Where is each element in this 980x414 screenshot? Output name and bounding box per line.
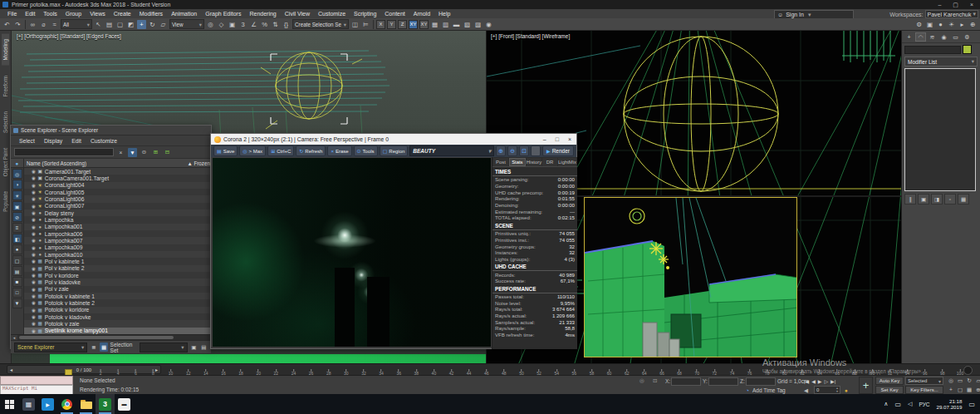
corona-copy-button[interactable]: ⊞Ctrl+C — [267, 145, 294, 156]
scene-item-lampochka010[interactable]: ◉●Lampochka010 — [24, 251, 211, 258]
mini-curve-editor-button[interactable] — [963, 366, 973, 375]
render-channel-dropdown[interactable]: BEAUTY▾ — [409, 145, 494, 156]
scene-item-pol-v-kabinete-1[interactable]: ◉▦Pol v kabinete 1 — [24, 258, 211, 264]
bind-to-space-warp-icon[interactable]: ≈ — [50, 20, 59, 29]
minimize-button[interactable]: – — [543, 136, 546, 142]
grid-view-icon[interactable]: ▦ — [100, 343, 107, 352]
rendered-frame-window-icon[interactable]: ▣ — [925, 20, 934, 29]
taskbar-movies[interactable]: ▶ — [38, 394, 57, 414]
pin-stack-icon[interactable]: ∥ — [904, 194, 916, 205]
use-pivot-point-center-icon[interactable]: ◎ — [206, 20, 215, 29]
menu-file[interactable]: File — [3, 11, 21, 17]
scene-explorer-titlebar[interactable]: Scene Explorer - Scene Explorer — [11, 126, 211, 136]
list-options-icon[interactable]: ≣ — [90, 343, 97, 352]
axis-xy-flyout-button[interactable]: XY — [419, 20, 429, 29]
toggle-ribbon-icon[interactable]: ▬ — [452, 20, 461, 29]
selection-lock-icon[interactable]: ⊡ — [653, 377, 657, 384]
scene-item-pol-v-kabinete-2[interactable]: ◉▦Pol v kabinete 2 — [24, 265, 211, 272]
render-production-icon[interactable]: ● — [936, 20, 945, 29]
scene-menu-edit[interactable]: Edit — [67, 138, 86, 144]
spinner-snap-icon[interactable]: ⇅ — [271, 20, 280, 29]
y-coordinate-field[interactable] — [708, 377, 738, 386]
select-by-name-icon[interactable]: ▤ — [105, 20, 114, 29]
menu-scripting[interactable]: Scripting — [350, 11, 380, 17]
reference-coordinate-system-dropdown[interactable]: View▾ — [169, 19, 204, 29]
taskbar-video-editor[interactable]: ▬ — [115, 394, 134, 414]
collapse-all-icon[interactable]: ⊟ — [163, 148, 172, 157]
filter-funnel-icon[interactable]: ▼ — [128, 148, 137, 157]
volume-icon[interactable]: ◁ — [908, 401, 912, 407]
auto-key-button[interactable]: Auto Key — [875, 377, 904, 385]
zoom-fit-icon[interactable]: ⊡ — [519, 145, 529, 156]
corona-tab-dr[interactable]: DR — [542, 158, 557, 166]
hierarchy-tab-icon[interactable]: ≋ — [927, 32, 938, 42]
close-button[interactable]: × — [970, 2, 973, 8]
taskbar-3dsmax[interactable]: 3 — [96, 394, 115, 414]
unlink-selection-icon[interactable]: ⌀ — [39, 20, 48, 29]
scene-item-svetilnik-krome-lampy001[interactable]: ◉▦Svetilnik krome lampy001 — [24, 328, 211, 334]
light-icon[interactable]: ☀ — [947, 20, 956, 29]
scene-item-lampochka[interactable]: ◉●Lampochka — [24, 216, 211, 223]
scene-item-pol-v-zale[interactable]: ◉▦Pol v zale — [24, 286, 211, 293]
playback-icon[interactable]: ▷ — [824, 378, 828, 384]
object-name-field[interactable] — [904, 46, 961, 54]
camera-viewport[interactable] — [584, 197, 797, 357]
zoom-all-icon[interactable]: ▦ — [965, 386, 973, 393]
scene-item-lampochka006[interactable]: ◉●Lampochka006 — [24, 230, 211, 237]
menu-group[interactable]: Group — [61, 11, 86, 17]
toggle-layer-explorer-icon[interactable]: ▥ — [441, 20, 450, 29]
scene-item-coronalight006[interactable]: ◉☀CoronaLight006 — [24, 195, 211, 202]
axis-y-button[interactable]: Y — [387, 20, 396, 29]
percent-snap-icon[interactable]: % — [260, 20, 269, 29]
menu-graph-editors[interactable]: Graph Editors — [201, 11, 245, 17]
utilities-tab-icon[interactable]: ⚙ — [962, 32, 973, 42]
select-and-manipulate-icon[interactable]: ◇ — [217, 20, 226, 29]
taskbar-calculator[interactable]: ▦ — [19, 394, 38, 414]
menu-help[interactable]: Help — [434, 11, 454, 17]
select-and-link-icon[interactable]: ∞ — [28, 20, 37, 29]
add-time-tag[interactable]: Add Time Tag — [752, 387, 786, 393]
axis-z-button[interactable]: Z — [398, 20, 407, 29]
x-coordinate-field[interactable] — [671, 377, 701, 386]
scene-item-potolok-v-zale[interactable]: ◉▦Potolok v zale — [24, 320, 211, 327]
menu-content[interactable]: Content — [380, 11, 409, 17]
display-groups-icon[interactable]: ◧ — [12, 234, 22, 244]
start-button[interactable] — [0, 394, 19, 414]
menu-tools[interactable]: Tools — [39, 11, 61, 17]
minimize-button[interactable]: – — [938, 2, 941, 8]
display-cameras-icon[interactable]: ▣ — [12, 201, 22, 211]
network-icon[interactable]: ▭ — [894, 401, 901, 408]
maxscript-mini-listener-pink[interactable] — [0, 376, 73, 385]
camera-icon[interactable]: ▸ — [958, 20, 967, 29]
menu-create[interactable]: Create — [110, 11, 135, 17]
corona-refresh-button[interactable]: ↻Refresh — [296, 145, 326, 156]
maximize-button[interactable]: □ — [556, 136, 559, 142]
named-selection-sets-dropdown[interactable]: Create Selection Se▾ — [292, 19, 349, 29]
snaps-toggle-icon[interactable]: 3 — [238, 20, 247, 29]
angle-snap-icon[interactable]: ∠ — [249, 20, 258, 29]
language-indicator[interactable]: РУС — [919, 402, 929, 407]
zoom-region-icon[interactable]: ▭ — [956, 377, 964, 384]
edit-set-icon[interactable]: ▤ — [200, 343, 208, 352]
menu-views[interactable]: Views — [86, 11, 110, 17]
menu-rendering[interactable]: Rendering — [245, 11, 280, 17]
scene-list-header[interactable]: ● Name (Sorted Ascending) ▲ Frozen — [11, 159, 211, 168]
display-containers-icon[interactable]: ■ — [12, 277, 22, 287]
ribbon-tab-selection[interactable]: Selection — [2, 106, 9, 138]
corona-render-button[interactable]: ▶Render — [542, 145, 574, 156]
vfb-pause-button[interactable] — [531, 145, 541, 156]
corona-tools-button[interactable]: ⊙Tools — [354, 145, 378, 156]
isolate-selection-icon[interactable]: ◎ — [639, 377, 644, 384]
viewport-label[interactable]: [+] [Front] [Standard] [Wireframe] — [491, 33, 570, 39]
scene-item-potolok-v-kladovke[interactable]: ◉▦Potolok v kladovke — [24, 313, 211, 320]
keyboard-shortcut-override-icon[interactable]: ▣ — [228, 20, 237, 29]
horizontal-scrollbar[interactable]: ◂ — [11, 334, 211, 340]
maxscript-brackets-icon[interactable]: {} — [282, 20, 291, 29]
scene-item-lampochka009[interactable]: ◉●Lampochka009 — [24, 244, 211, 251]
select-and-rotate-icon[interactable]: ↻ — [148, 20, 157, 29]
selection-set-dropdown[interactable]: ▾ — [140, 343, 188, 352]
mirror-icon[interactable]: ◫ — [350, 20, 360, 29]
display-objects-icon[interactable]: ◎ — [12, 169, 22, 179]
corona-titlebar[interactable]: Corona 2 | 320×240px (2:1) | Camera: Fre… — [211, 134, 576, 145]
scene-menu-customize[interactable]: Customize — [86, 138, 121, 144]
